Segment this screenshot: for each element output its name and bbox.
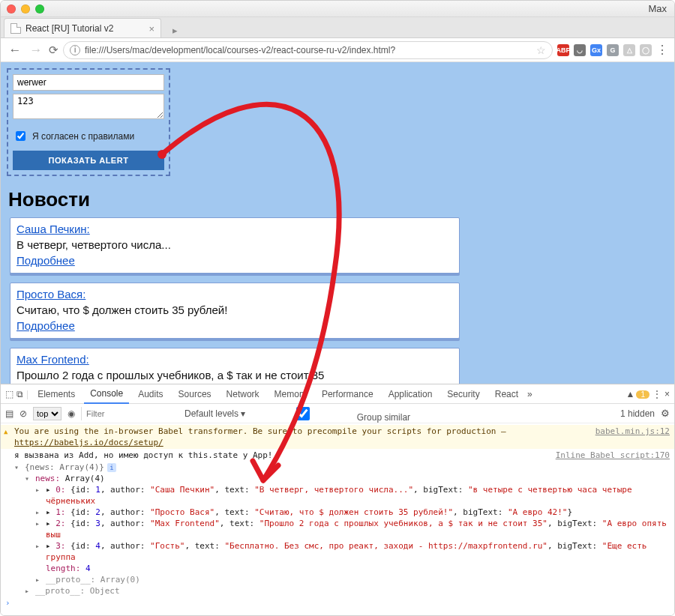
context-select[interactable]: top [33, 407, 62, 420]
browser-window: Max React [RU] Tutorial v2 × ▸ ← → ⟳ i f… [0, 0, 675, 616]
url-text: file:///Users/mac/development/local/cour… [85, 45, 532, 55]
eye-icon[interactable]: ◉ [68, 408, 75, 419]
inspect-icon[interactable]: ⬚ [5, 389, 14, 399]
tree-item: ▸ 0: {id: 1, author: "Саша Печкин", text… [35, 484, 674, 507]
devtools-panel: ⬚ ⧉ | Elements Console Audits Sources Ne… [1, 384, 674, 615]
console-sidebar-icon[interactable]: ▤ [5, 408, 14, 419]
article-text: Считаю, что $ должен стоить 35 рублей! [16, 304, 453, 316]
group-similar[interactable]: Group similar [251, 405, 410, 423]
devtools-menu-icon[interactable]: ⋮ [652, 389, 662, 399]
extensions: ABP ◡ Gx G △ ◯ [557, 44, 652, 56]
devtools-close-icon[interactable]: × [664, 389, 670, 399]
console-object-tree[interactable]: {news: Array(4)}i news: Array(4) ▸ 0: {i… [1, 462, 674, 597]
drive-icon[interactable]: △ [623, 44, 635, 56]
tree-news: news: Array(4) [25, 473, 674, 484]
show-alert-button[interactable]: ПОКАЗАТЬ ALERT [13, 151, 164, 170]
devtools-tabs: ⬚ ⧉ | Elements Console Audits Sources Ne… [1, 384, 674, 404]
page-content: 123 Я согласен с правилами ПОКАЗАТЬ ALER… [1, 62, 674, 384]
bookmark-icon[interactable]: ☆ [536, 44, 546, 56]
agree-label: Я согласен с правилами [32, 131, 134, 142]
console-warning: You are using the in-browser Babel trans… [1, 425, 674, 449]
tab-active[interactable]: React [RU] Tutorial v2 × [4, 18, 161, 37]
file-icon [10, 23, 21, 34]
agree-checkbox[interactable] [16, 131, 26, 141]
tab-network[interactable]: Network [220, 384, 266, 404]
settings-icon[interactable]: ⚙ [661, 408, 670, 419]
agree-row[interactable]: Я согласен с правилами [13, 129, 164, 143]
close-window-icon[interactable] [7, 4, 16, 13]
minimize-window-icon[interactable] [21, 4, 30, 13]
tab-memory[interactable]: Memory [268, 384, 313, 404]
address-bar[interactable]: i file:///Users/mac/development/local/co… [63, 41, 553, 59]
warning-source[interactable]: babel.min.js:12 [588, 426, 670, 448]
tab-application[interactable]: Application [382, 384, 439, 404]
titlebar: Max [1, 1, 674, 17]
read-more-link[interactable]: Подробнее [16, 254, 75, 267]
group-checkbox[interactable] [254, 407, 352, 420]
tab-react[interactable]: React [489, 384, 524, 404]
console-toolbar: ▤ ⊘ top ◉ Default levels ▾ Group similar… [1, 404, 674, 423]
article-text: В четверг, четвертого числа... [16, 238, 453, 251]
levels-select[interactable]: Default levels ▾ [184, 408, 245, 419]
tab-sources[interactable]: Sources [172, 384, 218, 404]
article-author[interactable]: Просто Вася: [16, 288, 86, 301]
tab-close-icon[interactable]: × [148, 23, 154, 34]
tab-security[interactable]: Security [441, 384, 485, 404]
console-prompt[interactable]: › [1, 597, 674, 609]
tab-title: React [RU] Tutorial v2 [26, 23, 113, 34]
device-icon[interactable]: ⧉ [16, 389, 23, 399]
pocket-icon[interactable]: ◡ [574, 44, 586, 56]
translate-icon[interactable]: Gx [590, 44, 602, 56]
info-badge-icon: i [107, 463, 116, 472]
more-tabs-icon[interactable]: » [527, 389, 532, 399]
author-input[interactable] [13, 74, 164, 91]
new-tab-button[interactable]: ▸ [166, 22, 184, 37]
log-source[interactable]: Inline Babel script:170 [556, 450, 670, 461]
viewport: 123 Я согласен с правилами ПОКАЗАТЬ ALER… [1, 62, 674, 615]
tab-performance[interactable]: Performance [316, 384, 380, 404]
warning-link[interactable]: https://babeljs.io/docs/setup/ [14, 438, 164, 447]
hidden-count: 1 hidden [620, 408, 655, 419]
text-input[interactable]: 123 [13, 94, 164, 119]
read-more-link[interactable]: Подробнее [16, 319, 75, 332]
news-article: Просто Вася: Считаю, что $ должен стоить… [10, 283, 460, 339]
tab-elements[interactable]: Elements [32, 384, 81, 404]
profile-label[interactable]: Max [648, 3, 667, 14]
article-author[interactable]: Саша Печкин: [16, 223, 90, 235]
back-button[interactable]: ← [7, 43, 23, 58]
tree-proto: __proto__: Array(0) [35, 574, 674, 585]
reload-button[interactable]: ⟳ [49, 43, 58, 57]
news-heading: Новости [8, 188, 668, 211]
filter-input[interactable] [81, 407, 178, 420]
article-author[interactable]: Max Frontend: [16, 353, 89, 366]
tab-strip: React [RU] Tutorial v2 × ▸ [1, 17, 674, 38]
abp-icon[interactable]: ABP [557, 44, 569, 56]
ext-icon[interactable]: ◯ [640, 44, 652, 56]
console-log: я вызвана из Add, но имею доступ к this.… [1, 449, 674, 462]
warning-indicator[interactable]: ▲1 [626, 389, 650, 399]
site-info-icon[interactable]: i [70, 45, 80, 55]
tree-item: ▸ 2: {id: 3, author: "Max Frontend", tex… [35, 518, 674, 540]
tree-root: {news: Array(4)}i [14, 462, 674, 473]
tree-item: ▸ 1: {id: 2, author: "Просто Вася", text… [35, 507, 674, 518]
article-text: Прошло 2 года с прошлых учебников, а $ т… [16, 369, 453, 381]
news-article: Max Frontend: Прошло 2 года с прошлых уч… [10, 348, 460, 384]
tree-item: ▸ 3: {id: 4, author: "Гость", text: "Бес… [35, 540, 674, 563]
tree-proto: __proto__: Object [25, 585, 674, 597]
toolbar: ← → ⟳ i file:///Users/mac/development/lo… [1, 38, 674, 62]
window-controls [7, 4, 44, 13]
add-news-form: 123 Я согласен с правилами ПОКАЗАТЬ ALER… [7, 68, 170, 176]
tab-console[interactable]: Console [84, 384, 129, 404]
menu-icon[interactable]: ⋮ [656, 43, 668, 57]
clear-console-icon[interactable]: ⊘ [20, 408, 27, 419]
tab-audits[interactable]: Audits [132, 384, 169, 404]
forward-button[interactable]: → [28, 43, 44, 58]
console-output[interactable]: You are using the in-browser Babel trans… [1, 423, 674, 615]
grammarly-icon[interactable]: G [607, 44, 619, 56]
maximize-window-icon[interactable] [35, 4, 44, 13]
news-article: Саша Печкин: В четверг, четвертого числа… [10, 217, 460, 274]
